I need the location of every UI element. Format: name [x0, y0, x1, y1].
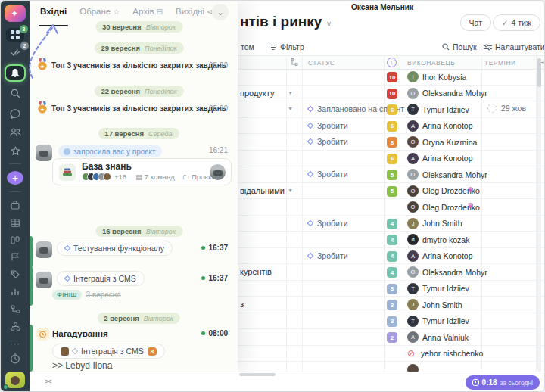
assignee-name[interactable]: Arina Konotop [422, 154, 473, 163]
table-row[interactable]: OOleg Drozdenko♛ [238, 199, 545, 216]
assignee-name[interactable]: Anna Valniuk [422, 333, 469, 342]
assignee-name[interactable]: Tymur Idziiev [422, 284, 469, 293]
priority-badge: 6 [387, 104, 397, 115]
notification-digest[interactable]: ★Топ 3 учасників за кількістю закритих з… [30, 101, 238, 119]
timer-badge[interactable]: 0:18 за сьогодні [466, 375, 540, 390]
chevron-down-icon[interactable]: ▼ [288, 90, 293, 95]
sidebar-item-more[interactable]: ··· [5, 336, 25, 351]
status-cell[interactable]: Зробити [308, 121, 348, 130]
sidebar-item-board[interactable] [5, 232, 25, 247]
assignee-name[interactable]: Arina Konotop [422, 121, 473, 130]
sidebar-item-tasks[interactable]: 2 [5, 45, 25, 60]
table-row[interactable]: Зробити4JJohn Smith [238, 216, 545, 232]
assignee-avatar: O [407, 266, 419, 278]
table-row[interactable]: 4ddmytro kozak [238, 232, 545, 248]
grid-icon [11, 30, 20, 39]
sidebar-item-table[interactable] [5, 215, 25, 230]
notification-task[interactable]: Інтеграція з CMS16:37ФІНІШ3 вересня [30, 269, 238, 304]
assignee-name[interactable]: Ihor Kobysia [422, 73, 466, 82]
add-button[interactable]: + [7, 171, 23, 185]
due-date-cell[interactable]: 29 жов [487, 104, 526, 113]
table-row[interactable]: Зробити5OOleksandra Mohyr [238, 166, 545, 183]
sidebar-item-reports[interactable] [5, 285, 25, 300]
tag-icon [11, 270, 20, 278]
project-card[interactable]: База знань+18▤ 7 команд🗀 Проєкти [52, 158, 232, 185]
assignee-name[interactable]: Oryna Kuzmina [422, 138, 477, 147]
table-row[interactable]: продукту▼10OOleksandra Mohyr [238, 86, 545, 102]
tab-inbox[interactable]: Вхідні [40, 7, 67, 22]
task-pill[interactable]: Тестування функціоналу [57, 241, 173, 256]
sidebar-item-projects[interactable]: 3 [6, 28, 24, 42]
table-row[interactable]: Зробити6AArina Konotop [238, 118, 545, 135]
assignee-name[interactable]: John Smith [422, 300, 462, 310]
table-row[interactable]: 6AArina Konotop [238, 151, 545, 167]
assignee-name[interactable]: Tymur Idziiev [422, 105, 469, 114]
table-row[interactable]: з3JJohn Smith [238, 297, 545, 313]
sidebar-item-timer[interactable] [5, 351, 25, 366]
assignee-name[interactable]: Oleksandra Mohyr [422, 170, 487, 179]
table-row[interactable]: 3TTymur Idziiev [238, 313, 545, 330]
tab-archive[interactable]: Архів⊟ [132, 7, 163, 22]
notification-digest[interactable]: ★Топ 3 учасників за кількістю закритих з… [30, 58, 238, 76]
table-row[interactable]: 2AAnna Valniuk [238, 329, 545, 346]
sidebar-item-chat[interactable] [5, 107, 25, 122]
table-row[interactable]: курентів4OOleksandra Mohyr [238, 264, 545, 281]
member-avatar [103, 173, 111, 181]
status-cell[interactable]: Зробити [308, 170, 348, 179]
sidebar-item-org[interactable] [5, 319, 25, 334]
chevron-down-icon[interactable]: ▼ [288, 188, 293, 193]
medal-icon: ★ [36, 101, 48, 118]
horizontal-scrollbar-thumb[interactable] [239, 373, 276, 376]
chat-icon [10, 109, 20, 119]
sidebar-item-favorites[interactable] [5, 143, 25, 158]
date-separator: 2 вересняВівторок [97, 313, 180, 324]
sidebar-item-people[interactable] [5, 126, 25, 141]
finish-date: 3 вересня [86, 291, 121, 299]
sidebar-divider [9, 163, 21, 164]
assignee-name[interactable]: Oleksandra Mohyr [422, 89, 487, 98]
table-row[interactable]: Зробити8OOryna Kuzmina [238, 134, 545, 151]
notification-reminder[interactable]: Нагадування08:00Інтеграція з CMS8>> Leby… [30, 326, 238, 372]
assignee-name[interactable]: Oleksandra Mohyr [422, 268, 487, 277]
sidebar-item-search[interactable] [5, 86, 25, 101]
weekday-label: Вівторок [144, 315, 173, 322]
reminder-task-pill[interactable]: Інтеграція з CMS8 [52, 344, 165, 359]
vertical-scrollbar[interactable] [537, 57, 541, 372]
assignee-name[interactable]: Arina Konotop [422, 251, 473, 260]
assignee-name[interactable]: Tymur Idziiev [422, 316, 469, 325]
status-diamond-icon [64, 245, 70, 251]
notification-task[interactable]: Тестування функціоналу16:37 [30, 239, 238, 266]
sidebar-item-notifications-active[interactable] [5, 64, 26, 81]
table-row[interactable]: ⊘yehor nishchenko [238, 346, 545, 362]
user-avatar[interactable] [5, 372, 25, 388]
task-pill[interactable]: Інтеграція з CMS [57, 271, 145, 286]
chevron-down-icon[interactable]: ▼ [288, 106, 293, 111]
status-cell[interactable]: Зробити [308, 219, 348, 228]
notification-invite[interactable]: запросила вас у проєкт16:21База знань+18… [30, 145, 238, 187]
table-row[interactable]: 3TTymur Idziiev [238, 281, 545, 297]
tab-favorites[interactable]: Обране☆ [79, 7, 120, 22]
weekday-label: Понеділок [145, 45, 177, 52]
panel-chevron-button[interactable]: ⌄ [212, 4, 229, 20]
assignee-name[interactable]: dmytro kozak [422, 235, 469, 244]
sidebar-item-bag[interactable] [5, 198, 25, 213]
scrollbar-thumb[interactable] [537, 58, 541, 87]
green-dot [201, 276, 205, 280]
collapse-panel-icon[interactable]: >< [45, 378, 51, 385]
assignee-name[interactable]: yehor nishchenko [421, 349, 483, 358]
table-row[interactable]: ▼Заплановано на спринт6TTymur Idziiev29 … [238, 101, 545, 118]
table-row[interactable]: Зробити4AArina Konotop [238, 248, 545, 265]
star-icon [11, 146, 20, 156]
sidebar-item-tag[interactable] [5, 267, 25, 282]
medal-icon: ★ [36, 58, 48, 75]
assignee-name[interactable]: John Smith [422, 219, 462, 228]
app-logo[interactable] [5, 5, 26, 22]
table-row[interactable]: 10IIhor Kobysia [238, 69, 545, 86]
tab-outbox[interactable]: Вихідні⊲) [176, 7, 216, 22]
table-row[interactable]: відальними▼5OOleg Drozdenko♛ [238, 183, 545, 200]
sidebar-item-flow[interactable] [5, 302, 25, 317]
priority-badge: 8 [387, 137, 397, 148]
status-cell[interactable]: Зробити [308, 251, 348, 260]
sidebar-item-flag[interactable] [5, 250, 25, 265]
status-cell[interactable]: Зробити [308, 137, 348, 146]
